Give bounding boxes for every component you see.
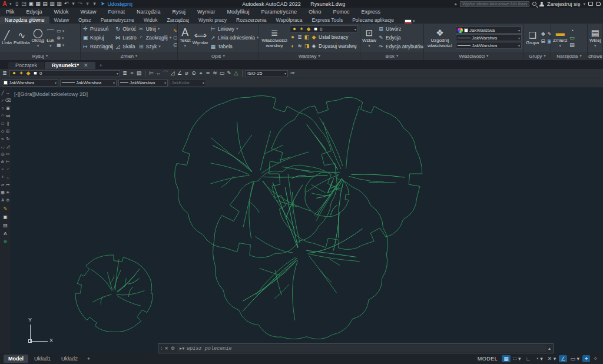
dim-baseline-icon[interactable]: ≍ xyxy=(205,70,211,77)
panel-label-schowek[interactable]: Schowek xyxy=(588,52,602,60)
new-layout-button[interactable]: + xyxy=(84,355,94,362)
command-drag-handle[interactable]: ⁞ xyxy=(161,346,162,351)
osnap-toggle[interactable]: ∠ xyxy=(559,355,567,362)
region-tool-icon[interactable]: ▱ xyxy=(0,181,5,188)
line-tool-icon[interactable]: ╱ xyxy=(0,89,5,97)
point-tool-icon[interactable]: + xyxy=(0,173,5,181)
fillet-tool-icon[interactable]: ◜ xyxy=(5,166,11,173)
mirror-button[interactable]: ⋈Lustro xyxy=(115,34,137,42)
notifications-bell-icon[interactable] xyxy=(596,2,601,6)
mtext-icon[interactable]: A xyxy=(2,230,8,238)
layer-properties-toolbar-icon[interactable]: ≣ xyxy=(2,70,8,77)
arc-caret[interactable]: ▾ xyxy=(49,43,52,48)
app-menu-caret[interactable]: ▾ xyxy=(9,2,12,6)
ribbon-tab-rozszerzenia[interactable]: Rozszerzenia xyxy=(231,16,271,24)
sign-in-link[interactable]: Zarejestruj się xyxy=(547,1,581,7)
layer-color-swatch[interactable]: ■ xyxy=(313,26,319,32)
command-input[interactable]: ▸▾ wpisz polecenie xyxy=(177,345,546,352)
rectangle-button[interactable]: ▭ ▾ xyxy=(57,28,64,34)
open-file-icon[interactable]: ◳ xyxy=(21,1,26,7)
layer-previous-icon[interactable]: ≡ xyxy=(129,70,135,77)
ribbon-tab-narzedzia-glowne[interactable]: Narzędzia główne xyxy=(0,16,49,24)
sheet-set-icon[interactable]: ▥ xyxy=(49,1,55,7)
panel-label-blok[interactable]: Blok▾ xyxy=(360,52,423,60)
ribbon-tab-zarzadzaj[interactable]: Zarządzaj xyxy=(163,16,194,24)
menu-modyfikuj[interactable]: Modyfikuj xyxy=(221,9,256,15)
ribbon-tab-wspolpraca[interactable]: Współpraca xyxy=(271,16,307,24)
autocad-logo[interactable]: A xyxy=(2,1,7,7)
app-store-cart-icon[interactable] xyxy=(588,2,593,6)
ribbon-tab-parametryczne[interactable]: Parametryczne xyxy=(96,16,139,24)
chamfer-tool-icon[interactable]: ◟ xyxy=(5,173,11,181)
layer-color-swatch[interactable]: ■ xyxy=(32,70,38,77)
move-button[interactable]: ✛Przesuń xyxy=(82,25,113,33)
layer-on-bulb-icon[interactable]: ● xyxy=(291,26,297,32)
copy-tool-icon[interactable]: ▣ xyxy=(5,104,11,112)
layer-state-icon[interactable]: ▤ xyxy=(136,70,142,77)
language-flag-button[interactable]: ▾ xyxy=(405,19,415,24)
menu-parametryczne[interactable]: Parametryczne xyxy=(256,9,303,15)
plotstyle-control-dropdown[interactable]: JakKolor▾ xyxy=(170,80,206,87)
rotate-tool-icon[interactable]: ↻ xyxy=(5,135,11,143)
layer-on2-icon[interactable]: ◨ xyxy=(304,43,310,49)
grid-toggle[interactable]: ▦ xyxy=(502,355,511,362)
layer-dropdown[interactable]: ●✶◆■ 0 ▾ xyxy=(290,25,358,32)
dim-linear-button[interactable]: ⊢Liniowy▾ xyxy=(210,25,259,33)
menu-widok[interactable]: Widok xyxy=(48,9,75,15)
layer-thaw-sun-icon[interactable]: ✶ xyxy=(18,70,24,77)
trim-button[interactable]: ✂Utnij▾ xyxy=(138,25,171,33)
rotate-button[interactable]: ↻Obróć xyxy=(115,25,137,33)
dim-style-dropdown[interactable]: ISO-25 ▾ xyxy=(246,70,288,77)
lineweight-dropdown[interactable]: JakWarstwa▾ xyxy=(456,34,522,41)
layer-unlock-icon[interactable]: ◆ xyxy=(25,70,31,77)
panel-label-opis[interactable]: Opis▾ xyxy=(178,52,259,60)
line-button[interactable]: ╱ Linia xyxy=(2,30,12,45)
menu-format[interactable]: Format xyxy=(102,9,131,15)
circle-button[interactable]: ◯ Okrąg ▾ xyxy=(31,28,44,48)
table-icon[interactable]: ▤ xyxy=(2,221,8,230)
menu-rysuj[interactable]: Rysuj xyxy=(167,9,192,15)
arc-tool-icon[interactable]: ◠ xyxy=(0,112,5,120)
quick-calc-icon[interactable]: ◔ xyxy=(569,28,575,34)
share-button[interactable]: ➤ Udostępnij xyxy=(100,1,132,7)
layer-freeze-icon[interactable]: ≣ xyxy=(297,34,303,41)
stretch-tool-icon[interactable]: ↦ xyxy=(5,181,11,188)
menu-wstaw[interactable]: Wstaw xyxy=(75,9,102,15)
command-line[interactable]: ⁞ ✕ ⚙ ▸▾ wpisz polecenie ▴ xyxy=(158,343,554,353)
menu-wymiar[interactable]: Wymiar xyxy=(191,9,221,15)
search-icon[interactable] xyxy=(532,2,536,6)
text-caret[interactable]: ▾ xyxy=(184,43,187,48)
linetype-dropdown[interactable]: JakWarstwa▾ xyxy=(456,42,522,49)
scale-button[interactable]: ◿Skala xyxy=(115,42,137,51)
layer-unisolate-icon[interactable]: ◐ xyxy=(290,43,296,49)
save-icon[interactable]: ▣ xyxy=(28,1,34,7)
layer-control-dropdown[interactable]: ●✶◆■ 0 ▾ xyxy=(9,70,120,77)
circle-caret[interactable]: ▾ xyxy=(37,43,39,48)
model-space-indicator[interactable]: MODEL xyxy=(478,356,498,362)
ungroup-icon[interactable]: ❖ xyxy=(540,31,546,38)
polar-toggle[interactable]: ◔ ▾ xyxy=(534,355,544,362)
text-button[interactable]: A Tekst ▾ xyxy=(180,28,191,48)
offset-button[interactable]: ∈ xyxy=(173,42,177,48)
measure-button[interactable]: ▬ Zmierz ▾ xyxy=(553,28,567,48)
close-tab-icon[interactable]: ✕ xyxy=(84,62,88,68)
dim-style-icon[interactable]: △ xyxy=(233,70,239,77)
dim-continue-icon[interactable]: ≋ xyxy=(212,70,218,77)
hatch-tool-icon[interactable]: ▦ xyxy=(0,188,5,196)
layer-merge-icon[interactable]: ◈ xyxy=(311,43,317,49)
qat-customize-caret[interactable]: ▾ xyxy=(91,1,97,7)
panel-label-grupy[interactable]: Grupy▾ xyxy=(524,52,551,60)
layer-walk-icon[interactable]: ≋ xyxy=(297,43,303,49)
dim-diameter-icon[interactable]: ⌀ xyxy=(184,70,190,77)
group-manager-icon[interactable]: ▣ xyxy=(546,38,551,45)
revision-cloud-icon[interactable]: ≈ xyxy=(0,166,5,173)
explode-button[interactable]: ⬡ xyxy=(173,35,177,41)
arc-button[interactable]: ⌒ Łuk ▾ xyxy=(46,28,55,48)
new-file-icon[interactable]: ▯ xyxy=(14,1,19,7)
array-tool-icon[interactable]: ⊞ xyxy=(5,127,11,135)
insert-block-button[interactable]: ⊡ Wstaw ▾ xyxy=(362,28,376,48)
erase-button[interactable]: ✎ xyxy=(173,28,177,34)
extend-tool-icon[interactable]: ⊢ xyxy=(5,158,11,166)
selection-cycling-toggle[interactable]: ▭ ▾ xyxy=(568,355,581,362)
layer-properties-button[interactable]: ≣ Właściwości warstwy xyxy=(261,28,288,48)
